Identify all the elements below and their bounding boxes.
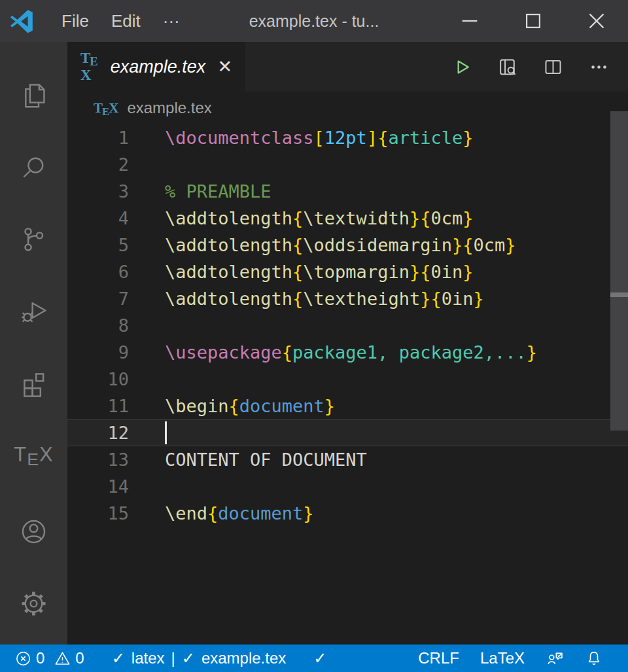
split-editor-icon[interactable]: [542, 56, 564, 78]
bell-icon: [585, 649, 603, 667]
activity-explorer[interactable]: [0, 59, 67, 131]
line-number: 3: [67, 178, 129, 205]
code-line-5[interactable]: 5\addtolength{\oddsidemargin}{0cm}: [67, 232, 628, 258]
menu-edit[interactable]: Edit: [100, 0, 152, 42]
line-number: 10: [67, 366, 129, 393]
feedback-button[interactable]: [535, 645, 574, 672]
activity-settings[interactable]: [0, 567, 67, 639]
activity-latex-workshop[interactable]: TEX: [0, 419, 67, 491]
activity-account[interactable]: [0, 495, 67, 567]
menu-more[interactable]: ···: [152, 0, 191, 42]
code-line-text: \begin{document}: [129, 393, 628, 419]
tex-file-icon: TEX: [80, 50, 101, 84]
code-line-7[interactable]: 7\addtolength{\textheight}{0in}: [67, 285, 628, 312]
status-bar: 0 0 ✓ latex | ✓ example.tex ✓ CRLF LaTeX: [0, 645, 628, 672]
code-line-12[interactable]: 12: [67, 419, 628, 446]
language-indicator[interactable]: LaTeX: [470, 645, 535, 672]
debug-icon: [19, 296, 48, 326]
window-title: example.tex - tu...: [249, 12, 379, 31]
activity-run-debug[interactable]: [0, 275, 67, 347]
code-line-text: [129, 473, 628, 500]
overview-ruler-cursor-mark: [610, 292, 628, 297]
code-line-3[interactable]: 3% PREAMBLE: [67, 178, 628, 205]
code-line-15[interactable]: 15\end{document}: [67, 500, 628, 527]
line-number: 4: [67, 205, 129, 232]
maximize-button[interactable]: [501, 0, 565, 42]
minimize-button[interactable]: [438, 0, 501, 42]
line-number: 11: [67, 393, 129, 419]
code-line-text: [129, 419, 628, 446]
activity-source-control[interactable]: [0, 203, 67, 275]
minimize-icon: [459, 10, 481, 32]
code-line-text: \addtolength{\textwidth}{0cm}: [129, 205, 628, 232]
code-line-text: \documentclass[12pt]{article}: [129, 124, 628, 151]
search-icon: [19, 152, 48, 182]
warning-icon: [54, 650, 71, 667]
code-line-11[interactable]: 11\begin{document}: [67, 393, 628, 419]
build-status-check[interactable]: ✓: [303, 645, 337, 672]
code-line-13[interactable]: 13CONTENT OF DOCUMENT: [67, 446, 628, 473]
file-label: example.tex: [201, 649, 286, 667]
code-line-10[interactable]: 10: [67, 366, 628, 393]
code-line-8[interactable]: 8: [67, 312, 628, 339]
notifications-button[interactable]: [574, 645, 614, 672]
window-controls: [438, 0, 628, 42]
editor-scrollbar[interactable]: [610, 92, 628, 645]
line-number: 2: [67, 151, 129, 178]
line-number: 14: [67, 473, 129, 500]
tex-file-icon: TEX: [94, 100, 118, 116]
close-tab-icon[interactable]: ✕: [217, 56, 232, 77]
latex-workshop-status[interactable]: ✓ latex | ✓ example.tex: [101, 645, 297, 672]
close-icon: [585, 9, 608, 33]
code-line-text: % PREAMBLE: [129, 178, 628, 205]
code-line-text: [129, 366, 628, 393]
view-pdf-preview-icon[interactable]: [497, 56, 518, 78]
check-icon: ✓: [313, 649, 326, 667]
extensions-icon: [19, 368, 48, 398]
more-actions-icon[interactable]: [588, 56, 610, 78]
vscode-window: File Edit ··· example.tex - tu...: [0, 0, 628, 672]
menu-bar: File Edit ···: [50, 0, 191, 42]
tab-example-tex[interactable]: TEX example.tex ✕: [67, 42, 245, 92]
code-line-text: \usepackage{package1, package2,...}: [129, 339, 628, 366]
separator: |: [171, 649, 175, 667]
code-line-14[interactable]: 14: [67, 473, 628, 500]
feedback-icon: [546, 649, 564, 667]
error-icon: [14, 650, 32, 667]
line-number: 8: [67, 312, 129, 339]
problems-indicator[interactable]: 0 0: [14, 645, 95, 672]
code-line-9[interactable]: 9\usepackage{package1, package2,...}: [67, 339, 628, 366]
code-line-1[interactable]: 1\documentclass[12pt]{article}: [67, 124, 628, 151]
line-number: 6: [67, 258, 129, 285]
error-count: 0: [36, 649, 44, 667]
code-line-text: CONTENT OF DOCUMENT: [129, 446, 628, 473]
breadcrumb-filename: example.tex: [127, 99, 211, 117]
code-line-text: [129, 312, 628, 339]
tex-icon: TEX: [14, 443, 53, 467]
scrollbar-thumb[interactable]: [610, 111, 628, 431]
latex-label: latex: [131, 649, 165, 667]
vscode-logo: [9, 8, 35, 34]
breadcrumb[interactable]: TEX example.tex: [67, 92, 628, 124]
code-line-text: \addtolength{\topmargin}{0in}: [129, 258, 628, 285]
line-number: 12: [67, 419, 129, 446]
code-line-6[interactable]: 6\addtolength{\topmargin}{0in}: [67, 258, 628, 285]
code-line-text: \end{document}: [129, 500, 628, 527]
code-area: 1\documentclass[12pt]{article}23% PREAMB…: [67, 124, 628, 527]
code-line-text: [129, 151, 628, 178]
build-run-icon[interactable]: [451, 56, 472, 78]
activity-extensions[interactable]: [0, 347, 67, 419]
code-line-2[interactable]: 2: [67, 151, 628, 178]
activity-search[interactable]: [0, 131, 67, 203]
menu-file[interactable]: File: [50, 0, 100, 42]
files-icon: [19, 80, 48, 110]
line-number: 7: [67, 285, 129, 312]
title-bar: File Edit ··· example.tex - tu...: [0, 0, 628, 42]
code-line-4[interactable]: 4\addtolength{\textwidth}{0cm}: [67, 205, 628, 232]
eol-indicator[interactable]: CRLF: [418, 645, 470, 672]
maximize-icon: [522, 10, 544, 32]
close-button[interactable]: [565, 0, 628, 42]
activity-bar: TEX: [0, 42, 67, 645]
gear-icon: [19, 589, 48, 618]
line-number: 5: [67, 232, 129, 258]
